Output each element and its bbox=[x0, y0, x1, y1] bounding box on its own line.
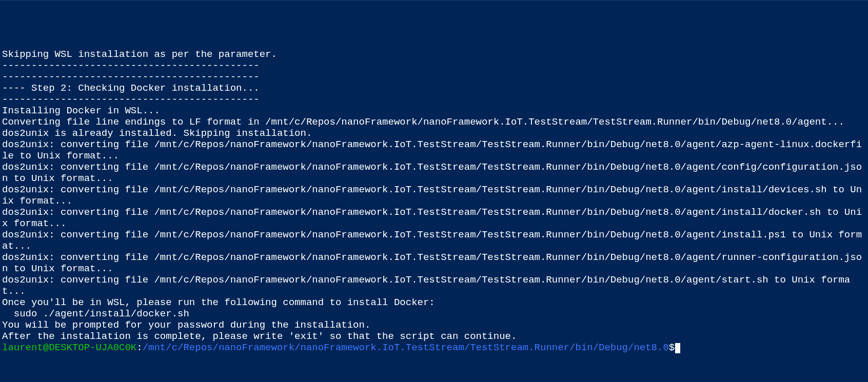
output-line: Once you'll be in WSL, please run the fo… bbox=[2, 297, 866, 308]
output-line: dos2unix: converting file /mnt/c/Repos/n… bbox=[2, 207, 866, 229]
output-line: You will be prompted for your password d… bbox=[2, 319, 866, 331]
output-line: dos2unix: converting file /mnt/c/Repos/n… bbox=[2, 252, 866, 274]
output-line: dos2unix: converting file /mnt/c/Repos/n… bbox=[2, 274, 866, 297]
output-line: dos2unix: converting file /mnt/c/Repos/n… bbox=[2, 184, 866, 207]
cursor-icon bbox=[675, 343, 680, 353]
prompt-user: laurent@DESKTOP-UJA0C0K bbox=[2, 342, 136, 353]
prompt-line[interactable]: laurent@DESKTOP-UJA0C0K:/mnt/c/Repos/nan… bbox=[2, 342, 866, 353]
output-line: ---- Step 2: Checking Docker installatio… bbox=[2, 83, 866, 94]
prompt-separator: : bbox=[136, 342, 142, 353]
output-line: ----------------------------------------… bbox=[2, 94, 866, 105]
output-line: dos2unix: converting file /mnt/c/Repos/n… bbox=[2, 139, 866, 162]
output-line: ----------------------------------------… bbox=[2, 71, 866, 83]
output-line: Installing Docker in WSL... bbox=[2, 105, 866, 116]
output-line: dos2unix is already installed. Skipping … bbox=[2, 128, 866, 139]
output-line: Converting file line endings to LF forma… bbox=[2, 116, 866, 128]
output-line: After the installation is complete, plea… bbox=[2, 331, 866, 342]
terminal-output[interactable]: Skipping WSL installation as per the par… bbox=[2, 49, 866, 353]
prompt-symbol: $ bbox=[669, 342, 675, 353]
output-line: ----------------------------------------… bbox=[2, 60, 866, 71]
output-line: dos2unix: converting file /mnt/c/Repos/n… bbox=[2, 229, 866, 252]
output-line: sudo ./agent/install/docker.sh bbox=[2, 308, 866, 319]
prompt-path: /mnt/c/Repos/nanoFramework/nanoFramework… bbox=[143, 342, 669, 353]
output-line: dos2unix: converting file /mnt/c/Repos/n… bbox=[2, 162, 866, 184]
output-line: Skipping WSL installation as per the par… bbox=[2, 49, 866, 60]
